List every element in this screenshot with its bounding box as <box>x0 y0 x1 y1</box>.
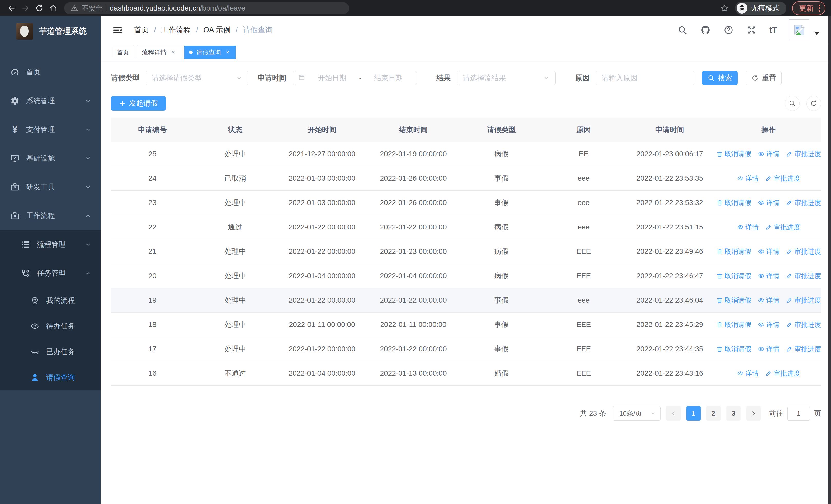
github-icon[interactable] <box>700 25 711 35</box>
cancel-leave-link[interactable]: 取消请假 <box>716 198 751 207</box>
result-select[interactable]: 请选择流结果 <box>457 71 555 85</box>
sidebar-item-process-management[interactable]: 流程管理 <box>0 230 101 259</box>
refresh-table-button[interactable] <box>806 96 821 111</box>
detail-link[interactable]: 详情 <box>737 369 758 378</box>
approval-progress-link[interactable]: 审批进度 <box>786 271 821 280</box>
detail-link[interactable]: 详情 <box>758 247 779 256</box>
approval-progress-link[interactable]: 审批进度 <box>786 247 821 256</box>
approval-progress-link[interactable]: 审批进度 <box>786 320 821 329</box>
detail-link[interactable]: 详情 <box>758 296 779 305</box>
reason-input[interactable] <box>602 74 689 82</box>
breadcrumb-oa-example[interactable]: OA 示例 <box>203 25 230 35</box>
leave-type-select[interactable]: 请选择请假类型 <box>146 71 249 85</box>
sidebar-item-payment[interactable]: ¥ 支付管理 <box>0 115 101 144</box>
bookmark-star-icon[interactable] <box>719 2 730 14</box>
sidebar-item-todo-tasks[interactable]: 待办任务 <box>0 313 101 339</box>
sidebar-item-my-process[interactable]: 我的流程 <box>0 288 101 313</box>
sidebar-collapse-icon[interactable] <box>112 24 123 36</box>
sidebar-item-leave-query[interactable]: 请假查询 <box>0 365 101 390</box>
approval-progress-link[interactable]: 审批进度 <box>786 198 821 207</box>
reset-button[interactable]: 重置 <box>746 71 782 85</box>
eye-closed-icon <box>30 347 39 356</box>
breadcrumb-workflow[interactable]: 工作流程 <box>161 25 191 35</box>
search-icon <box>789 100 796 107</box>
cell-actions: 取消请假 详情 审批进度 <box>716 174 821 183</box>
sidebar-item-done-tasks[interactable]: 已办任务 <box>0 339 101 365</box>
toggle-search-button[interactable] <box>785 96 800 111</box>
cancel-leave-link[interactable]: 取消请假 <box>716 345 751 354</box>
approval-progress-link[interactable]: 审批进度 <box>786 296 821 305</box>
page-size-select[interactable]: 10条/页 <box>613 406 661 421</box>
window-scrollbar[interactable] <box>828 16 831 504</box>
help-icon[interactable] <box>723 25 734 35</box>
sidebar-item-dev-tools[interactable]: 研发工具 <box>0 173 101 202</box>
close-icon[interactable]: × <box>170 49 176 55</box>
avatar[interactable] <box>789 19 809 41</box>
breadcrumb-home[interactable]: 首页 <box>134 25 149 35</box>
detail-link[interactable]: 详情 <box>737 174 758 183</box>
page-button-3[interactable]: 3 <box>726 406 741 421</box>
page-button-2[interactable]: 2 <box>706 406 721 421</box>
tab-leave-query[interactable]: 请假查询 × <box>184 46 236 59</box>
browser-update-button[interactable]: 更新 <box>792 1 825 15</box>
prev-page-button[interactable] <box>666 406 681 421</box>
approval-progress-link[interactable]: 审批进度 <box>765 174 800 183</box>
apply-time-range-picker[interactable]: 开始日期 - 结束日期 <box>292 71 417 85</box>
end-date-placeholder[interactable]: 结束日期 <box>366 73 411 83</box>
cancel-leave-link[interactable]: 取消请假 <box>716 247 751 256</box>
search-button[interactable]: 搜索 <box>702 71 738 85</box>
cell-start-time: 2021-12-27 00:00:00 <box>277 150 368 158</box>
table-toolbar: 发起请假 <box>111 96 821 111</box>
cell-apply-time: 2022-01-23 00:06:17 <box>623 150 716 158</box>
detail-link[interactable]: 详情 <box>737 223 758 232</box>
approval-progress-link[interactable]: 审批进度 <box>765 369 800 378</box>
user-menu[interactable] <box>789 19 820 41</box>
start-date-placeholder[interactable]: 开始日期 <box>310 73 354 83</box>
sidebar-item-task-management[interactable]: 任务管理 <box>0 259 101 288</box>
create-leave-button[interactable]: 发起请假 <box>111 96 166 111</box>
browser-home-icon[interactable] <box>47 2 59 14</box>
next-page-button[interactable] <box>746 406 761 421</box>
sidebar: 芋道管理系统 首页 系统管理 ¥ 支付管理 <box>0 16 101 504</box>
cell-reason: eee <box>544 223 623 231</box>
approval-progress-link[interactable]: 审批进度 <box>765 223 800 232</box>
approval-progress-link[interactable]: 审批进度 <box>786 345 821 354</box>
address-bar[interactable]: 不安全 dashboard.yudao.iocoder.cn/bpm/oa/le… <box>64 2 349 14</box>
detail-link[interactable]: 详情 <box>758 198 779 207</box>
sidebar-item-system[interactable]: 系统管理 <box>0 87 101 115</box>
tab-home[interactable]: 首页 <box>112 46 134 59</box>
sidebar-item-workflow[interactable]: 工作流程 <box>0 202 101 230</box>
page-button-1[interactable]: 1 <box>686 406 700 421</box>
goto-page-input[interactable] <box>787 406 810 421</box>
detail-link[interactable]: 详情 <box>758 320 779 329</box>
browser-reload-icon[interactable] <box>33 2 45 14</box>
fullscreen-icon[interactable] <box>746 25 757 35</box>
table-row: 22 通过 2022-01-22 00:00:00 2022-01-22 00:… <box>111 215 821 239</box>
detail-link[interactable]: 详情 <box>758 345 779 354</box>
detail-link[interactable]: 详情 <box>758 271 779 280</box>
cell-leave-type: 病假 <box>459 222 544 232</box>
page-header: 首页 / 工作流程 / OA 示例 / 请假查询 <box>101 16 831 43</box>
cancel-leave-link[interactable]: 取消请假 <box>716 149 751 158</box>
cell-actions: 取消请假 详情 审批进度 <box>716 247 821 256</box>
cancel-leave-link[interactable]: 取消请假 <box>716 320 751 329</box>
browser-back-icon[interactable] <box>6 2 18 14</box>
browser-forward-icon[interactable] <box>20 2 31 14</box>
not-secure-warning-icon[interactable] <box>71 5 78 12</box>
detail-link[interactable]: 详情 <box>758 149 779 158</box>
header-search-icon[interactable] <box>677 25 688 35</box>
approval-progress-link[interactable]: 审批进度 <box>786 149 821 158</box>
browser-menu-icon[interactable] <box>819 5 820 12</box>
incognito-profile-chip[interactable]: 无痕模式 <box>735 2 786 15</box>
tab-process-detail[interactable]: 流程详情 × <box>137 46 181 59</box>
url-text[interactable]: dashboard.yudao.iocoder.cn/bpm/oa/leave <box>110 4 245 12</box>
app-logo-row[interactable]: 芋道管理系统 <box>0 16 101 47</box>
sidebar-item-home[interactable]: 首页 <box>0 58 101 87</box>
font-size-icon[interactable]: tT <box>769 25 777 35</box>
sidebar-item-infrastructure[interactable]: 基础设施 <box>0 144 101 173</box>
cancel-leave-link[interactable]: 取消请假 <box>716 271 751 280</box>
cancel-leave-link[interactable]: 取消请假 <box>716 296 751 305</box>
cell-status: 处理中 <box>194 149 277 159</box>
close-icon[interactable]: × <box>225 49 231 55</box>
active-tab-dot <box>189 51 193 54</box>
